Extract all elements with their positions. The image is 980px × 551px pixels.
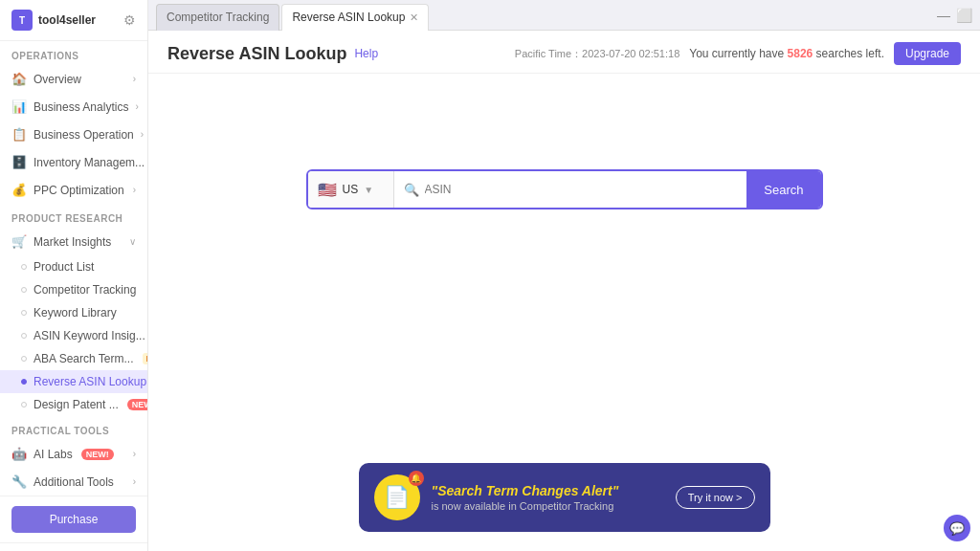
asin-keyword-label: ASIN Keyword Insig...: [33, 329, 145, 342]
section-product-research: PRODUCT RESEARCH: [0, 204, 147, 228]
sidebar-item-keyword-library[interactable]: Keyword Library: [0, 301, 147, 324]
analytics-icon: 📊: [11, 99, 27, 114]
banner-icon: 📄 🔔: [374, 474, 420, 520]
ppc-icon: 💰: [11, 183, 27, 197]
page-title: Reverse ASIN Lookup: [167, 44, 346, 64]
search-input-wrap: 🔍: [394, 183, 747, 197]
sidebar-item-asin-keyword[interactable]: ASIN Keyword Insig... AI: [0, 324, 147, 347]
dot-reverse: [21, 379, 27, 385]
tab-reverse-label: Reverse ASIN Lookup: [292, 11, 405, 24]
market-arrow: ∨: [129, 236, 136, 247]
searches-count: 5826: [788, 47, 813, 60]
ppc-label: PPC Optimization: [33, 184, 124, 197]
app-name: tool4seller: [38, 13, 96, 27]
help-link[interactable]: Help: [354, 47, 378, 60]
main-content: Competitor Tracking Reverse ASIN Lookup …: [148, 0, 980, 551]
reverse-label: Reverse ASIN Lookup: [33, 375, 146, 388]
search-section: 🇺🇸 US ▼ 🔍 Search: [167, 169, 961, 209]
searches-info: You currently have 5826 searches left.: [689, 47, 884, 60]
upgrade-button[interactable]: Upgrade: [894, 42, 961, 65]
tab-competitor-label: Competitor Tracking: [167, 11, 269, 24]
ai-labs-icon: 🤖: [11, 447, 27, 461]
keyword-label: Keyword Library: [33, 306, 117, 320]
inventory-icon: 🗄️: [11, 155, 27, 169]
dot-competitor: [21, 287, 27, 293]
market-label: Market Insights: [33, 235, 111, 249]
searches-suffix: searches left.: [816, 47, 884, 60]
sidebar-item-business-operation[interactable]: 📋 Business Operation ›: [0, 121, 147, 148]
window-expand-icon[interactable]: ⬜: [956, 8, 972, 23]
sidebar-item-design-patent[interactable]: Design Patent ... NEW!: [0, 393, 147, 416]
aba-label: ABA Search Term...: [33, 352, 134, 365]
operation-icon: 📋: [11, 127, 27, 142]
overview-label: Overview: [33, 73, 81, 86]
page-header: Reverse ASIN Lookup Help Pacific Time：20…: [148, 31, 980, 74]
bell-icon: 🔔: [409, 471, 424, 486]
section-practical-tools: PRACTICAL TOOLS: [0, 416, 147, 440]
sidebar-item-business-analytics[interactable]: 📊 Business Analytics ›: [0, 93, 147, 121]
window-minimize-icon[interactable]: —: [937, 8, 950, 23]
additional-tools-label: Additional Tools: [33, 475, 114, 489]
sidebar-item-ppc[interactable]: 💰 PPC Optimization ›: [0, 176, 147, 204]
dot-asin: [21, 333, 27, 339]
sidebar-item-reverse-asin[interactable]: Reverse ASIN Lookup: [0, 370, 147, 393]
competitor-label: Competitor Tracking: [33, 283, 136, 297]
sidebar-logo: T tool4seller ⚙: [0, 0, 147, 41]
logo-icon: T: [11, 10, 33, 31]
search-bar: 🇺🇸 US ▼ 🔍 Search: [306, 169, 823, 209]
patent-badge: NEW!: [127, 399, 148, 410]
dot-product-list: [21, 264, 27, 270]
sidebar-item-inventory[interactable]: 🗄️ Inventory Managem... ›: [0, 148, 147, 176]
sidebar-item-ai-labs[interactable]: 🤖 AI Labs NEW! ›: [0, 440, 147, 468]
tab-reverse-asin[interactable]: Reverse ASIN Lookup ✕: [281, 4, 429, 31]
datetime: Pacific Time：2023-07-20 02:51:18: [515, 47, 679, 61]
additional-tools-arrow: ›: [133, 476, 136, 487]
country-label: US: [343, 183, 359, 196]
tab-close-icon[interactable]: ✕: [410, 11, 418, 24]
sidebar-footer: 👤 ✉ ⬇ 📊 📱: [0, 542, 147, 551]
section-operations: OPERATIONS: [0, 41, 147, 65]
banner-text: "Search Term Changes Alert" is now avail…: [432, 483, 664, 512]
tab-competitor-tracking[interactable]: Competitor Tracking: [156, 4, 279, 31]
sidebar-item-aba-search[interactable]: ABA Search Term... Pro: [0, 347, 147, 370]
analytics-label: Business Analytics: [33, 100, 128, 114]
inventory-label: Inventory Managem...: [33, 156, 145, 169]
sidebar-item-competitor-tracking[interactable]: Competitor Tracking: [0, 278, 147, 301]
asin-search-input[interactable]: [425, 183, 738, 196]
ai-labs-label: AI Labs: [33, 448, 73, 461]
page-title-row: Reverse ASIN Lookup Help: [167, 44, 378, 64]
country-arrow-icon: ▼: [364, 185, 373, 195]
additional-tools-icon: 🔧: [11, 474, 27, 489]
tab-bar: Competitor Tracking Reverse ASIN Lookup …: [148, 0, 980, 31]
search-icon: 🔍: [404, 183, 419, 197]
dot-patent: [21, 402, 27, 408]
searches-text: You currently have: [689, 47, 784, 60]
operation-arrow: ›: [141, 129, 144, 140]
country-select[interactable]: 🇺🇸 US ▼: [308, 171, 394, 208]
ppc-arrow: ›: [133, 185, 136, 195]
overview-icon: 🏠: [11, 72, 27, 86]
banner-cta-button[interactable]: Try it now >: [676, 486, 755, 509]
dot-aba: [21, 356, 27, 362]
product-list-label: Product List: [33, 260, 94, 274]
tab-bar-controls: — ⬜: [937, 8, 972, 23]
operation-label: Business Operation: [33, 128, 134, 142]
support-icon[interactable]: 💬: [944, 515, 970, 541]
market-icon: 🛒: [11, 234, 27, 249]
sidebar-item-market-insights[interactable]: 🛒 Market Insights ∨: [0, 228, 147, 255]
banner-title: "Search Term Changes Alert": [432, 483, 664, 498]
ai-labs-badge: NEW!: [81, 449, 114, 460]
analytics-arrow: ›: [135, 101, 138, 112]
patent-label: Design Patent ...: [33, 398, 119, 411]
sidebar-item-product-list[interactable]: Product List: [0, 255, 147, 278]
content-area: 🇺🇸 US ▼ 🔍 Search 📄 🔔 "Search Term Change…: [148, 74, 980, 551]
page-header-right: Pacific Time：2023-07-20 02:51:18 You cur…: [515, 42, 961, 65]
purchase-button[interactable]: Purchase: [11, 506, 136, 533]
ai-labs-arrow: ›: [133, 449, 136, 459]
gear-icon[interactable]: ⚙: [123, 12, 136, 28]
sidebar-item-additional-tools[interactable]: 🔧 Additional Tools ›: [0, 468, 147, 496]
search-button[interactable]: Search: [746, 171, 820, 208]
banner-subtitle: is now available in Competitor Tracking: [432, 500, 664, 512]
sidebar-bottom: Purchase: [0, 496, 147, 542]
sidebar-item-overview[interactable]: 🏠 Overview ›: [0, 65, 147, 93]
